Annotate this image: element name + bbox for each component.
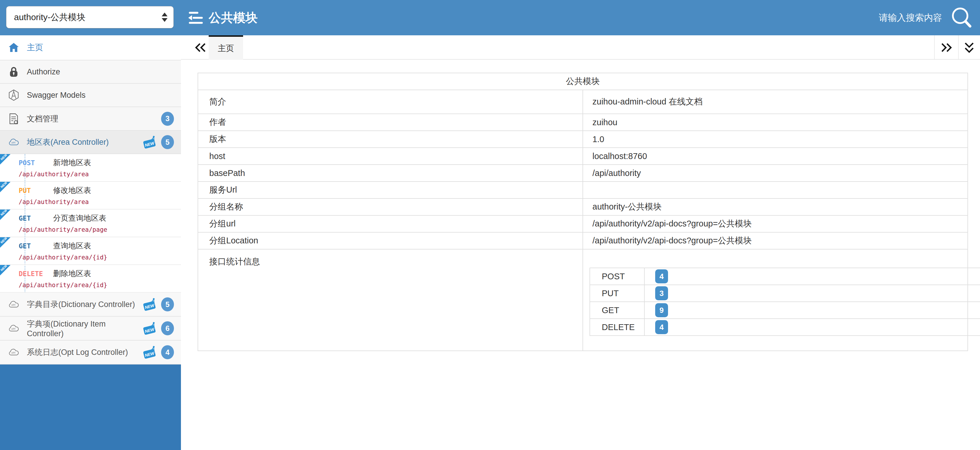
content-panel: 公共模块 简介 zuihou-admin-cloud 在线文档 作者 zuiho… bbox=[181, 60, 980, 450]
tab-home[interactable]: 主页 bbox=[208, 35, 243, 60]
endpoint-path: /api/authority/area/page bbox=[19, 226, 181, 233]
info-label: 服务Url bbox=[198, 181, 583, 199]
stats-count-badge: 4 bbox=[655, 269, 668, 283]
endpoint-list: NEW POST 新增地区表 /api/authority/area NEW P… bbox=[0, 154, 181, 293]
sidebar-item-swagger-models[interactable]: Swagger Models bbox=[0, 84, 181, 107]
info-label: 分组名称 bbox=[198, 199, 583, 215]
count-badge: 5 bbox=[161, 135, 174, 149]
endpoint-item[interactable]: NEW DELETE 删除地区表 /api/authority/area/{id… bbox=[0, 265, 181, 293]
cloud-api-icon: API bbox=[8, 324, 19, 332]
home-icon bbox=[8, 43, 19, 52]
stats-count-badge: 3 bbox=[655, 286, 668, 300]
select-stepper-icon bbox=[162, 13, 167, 22]
sidebar-footer bbox=[0, 364, 181, 450]
endpoint-path: /api/authority/area bbox=[19, 199, 181, 205]
main-area: 主页 公共模块 bbox=[181, 35, 980, 450]
endpoint-label: 分页查询地区表 bbox=[53, 213, 106, 223]
stats-method: DELETE bbox=[590, 319, 644, 336]
menu-fold-icon[interactable] bbox=[188, 10, 204, 25]
info-value: 1.0 bbox=[583, 131, 968, 148]
http-method-label: PUT bbox=[19, 187, 53, 194]
new-sign-icon: NEW bbox=[142, 297, 157, 312]
endpoint-path: /api/authority/area/{id} bbox=[19, 281, 181, 289]
endpoint-item[interactable]: NEW GET 查询地区表 /api/authority/area/{id} bbox=[0, 237, 181, 265]
info-value: zuihou bbox=[583, 114, 968, 131]
sidebar-item-label: Swagger Models bbox=[27, 91, 86, 100]
sidebar-controller-area[interactable]: API 地区表(Area Controller) NEW 5 bbox=[0, 131, 181, 154]
count-badge: 5 bbox=[161, 297, 174, 312]
sidebar-item-doc-manage[interactable]: 文档管理 3 bbox=[0, 107, 181, 131]
controller-label: 地区表(Area Controller) bbox=[27, 137, 109, 147]
info-value bbox=[583, 181, 968, 199]
info-label: host bbox=[198, 148, 583, 165]
stats-count-badge: 9 bbox=[655, 303, 668, 317]
sidebar-item-home[interactable]: 主页 bbox=[0, 35, 181, 60]
new-sign-icon: NEW bbox=[142, 321, 157, 336]
controller-label: 系统日志(Opt Log Controller) bbox=[27, 347, 128, 358]
svg-text:API: API bbox=[11, 328, 16, 330]
sidebar-controller-opt-log[interactable]: API 系统日志(Opt Log Controller) NEW 4 bbox=[0, 340, 181, 364]
info-label: 分组Location bbox=[198, 232, 583, 249]
info-label: 作者 bbox=[198, 114, 583, 131]
new-sign-icon: NEW bbox=[142, 135, 157, 149]
info-label: 版本 bbox=[198, 131, 583, 148]
svg-text:API: API bbox=[11, 304, 16, 307]
count-badge: 6 bbox=[161, 321, 174, 335]
group-select[interactable]: authority-公共模块 bbox=[6, 6, 173, 28]
search-input[interactable] bbox=[816, 0, 942, 35]
cloud-api-icon: API bbox=[8, 300, 19, 308]
endpoint-path: /api/authority/area bbox=[19, 171, 181, 178]
endpoint-item[interactable]: NEW POST 新增地区表 /api/authority/area bbox=[0, 154, 181, 182]
http-method-label: POST bbox=[19, 159, 53, 167]
swagger-doc-page: authority-公共模块 公共模块 bbox=[0, 0, 980, 450]
module-info-table: 公共模块 简介 zuihou-admin-cloud 在线文档 作者 zuiho… bbox=[197, 73, 968, 351]
stats-method: PUT bbox=[590, 285, 644, 302]
info-value: localhost:8760 bbox=[583, 148, 968, 165]
top-header-bar: authority-公共模块 公共模块 bbox=[0, 0, 980, 35]
info-value: /api/authority/v2/api-docs?group=公共模块 bbox=[583, 232, 968, 249]
page-title: 公共模块 bbox=[208, 0, 258, 35]
search-icon[interactable] bbox=[950, 6, 974, 30]
svg-text:API: API bbox=[11, 141, 16, 144]
tab-menu-button[interactable] bbox=[958, 35, 980, 60]
lock-icon bbox=[8, 66, 19, 78]
sidebar-controller-dictionary-item[interactable]: API 字典项(Dictionary Item Controller) NEW … bbox=[0, 316, 181, 340]
sidebar-item-label: 文档管理 bbox=[27, 113, 58, 124]
info-label: basePath bbox=[198, 165, 583, 181]
http-method-label: GET bbox=[19, 242, 53, 250]
info-value: authority-公共模块 bbox=[583, 199, 968, 215]
endpoint-label: 修改地区表 bbox=[53, 185, 91, 196]
document-gear-icon bbox=[8, 113, 19, 125]
tab-bar: 主页 bbox=[181, 35, 980, 60]
sidebar-item-label: Authorize bbox=[27, 67, 60, 76]
cloud-api-icon: API bbox=[8, 138, 19, 146]
count-badge: 4 bbox=[161, 345, 174, 359]
cloud-api-icon: API bbox=[8, 348, 19, 356]
tab-label: 主页 bbox=[218, 43, 234, 54]
sidebar: 主页 Authorize Swagger Models bbox=[0, 35, 181, 450]
endpoint-label: 删除地区表 bbox=[53, 269, 91, 279]
stats-count-badge: 4 bbox=[655, 320, 668, 334]
sidebar-item-authorize[interactable]: Authorize bbox=[0, 60, 181, 84]
collapse-left-button[interactable] bbox=[191, 35, 210, 60]
info-value: /api/authority bbox=[583, 165, 968, 181]
table-title: 公共模块 bbox=[198, 73, 968, 90]
svg-text:API: API bbox=[11, 351, 16, 354]
info-label: 分组url bbox=[198, 215, 583, 232]
method-stats-table: POST 4 PUT 3 GET 9 bbox=[590, 268, 980, 336]
info-value: /api/authority/v2/api-docs?group=公共模块 bbox=[583, 215, 968, 232]
stats-method: POST bbox=[590, 268, 644, 285]
stats-method: GET bbox=[590, 302, 644, 319]
hexagon-models-icon bbox=[8, 89, 19, 101]
endpoint-label: 新增地区表 bbox=[53, 157, 91, 168]
sidebar-controller-dictionary[interactable]: API 字典目录(Dictionary Controller) NEW 5 bbox=[0, 293, 181, 316]
endpoint-item[interactable]: NEW GET 分页查询地区表 /api/authority/area/page bbox=[0, 210, 181, 237]
endpoint-label: 查询地区表 bbox=[53, 241, 91, 251]
endpoint-item[interactable]: NEW PUT 修改地区表 /api/authority/area bbox=[0, 182, 181, 210]
controller-label: 字典项(Dictionary Item Controller) bbox=[27, 319, 142, 338]
info-label: 简介 bbox=[198, 90, 583, 114]
endpoint-path: /api/authority/area/{id} bbox=[19, 254, 181, 261]
controller-label: 字典目录(Dictionary Controller) bbox=[27, 299, 135, 310]
collapse-right-button[interactable] bbox=[935, 35, 958, 60]
http-method-label: GET bbox=[19, 215, 53, 222]
